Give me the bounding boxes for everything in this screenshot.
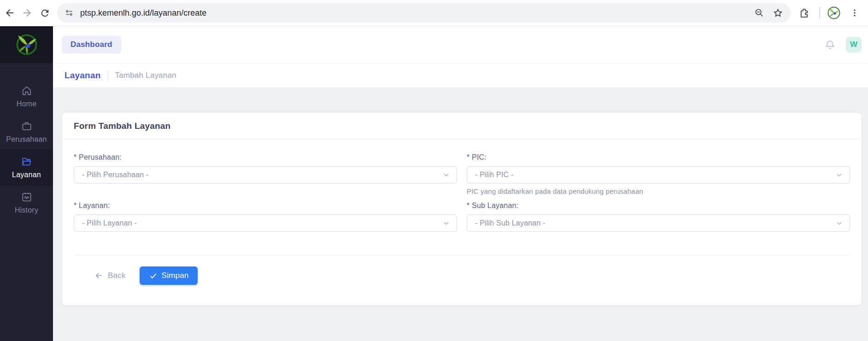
reload-icon	[40, 8, 50, 18]
pic-helper-text: PIC yang didaftarkan pada data pendukung…	[467, 187, 850, 195]
forward-button[interactable]	[18, 4, 36, 22]
briefcase-icon	[21, 120, 33, 132]
form-card-header: Form Tambah Layanan	[62, 113, 862, 139]
home-icon	[21, 85, 33, 97]
arrow-left-icon	[94, 271, 104, 280]
form-card-body: * Perusahaan: - Pilih Perusahaan - * PIC…	[62, 139, 862, 305]
page-content: Form Tambah Layanan * Perusahaan: - Pili…	[53, 87, 868, 341]
url-bar[interactable]: ptsp.kemenlh.go.id/layanan/create	[57, 3, 791, 23]
form-title: Form Tambah Layanan	[74, 121, 170, 131]
simpan-button[interactable]: Simpan	[140, 266, 198, 285]
url-text: ptsp.kemenlh.go.id/layanan/create	[80, 8, 749, 18]
field-perusahaan: * Perusahaan: - Pilih Perusahaan -	[74, 153, 457, 195]
chevron-down-icon	[835, 220, 843, 227]
layanan-select[interactable]: - Pilih Layanan -	[74, 214, 457, 232]
folder-open-icon	[21, 156, 33, 168]
back-icon	[4, 7, 15, 18]
form-divider	[74, 255, 850, 255]
browser-profile-avatar[interactable]	[827, 6, 841, 20]
dashboard-button[interactable]: Dashboard	[62, 36, 121, 53]
sub-layanan-select[interactable]: - Pilih Sub Layanan -	[467, 214, 850, 232]
extensions-icon	[799, 8, 809, 18]
breadcrumb: Layanan Tambah Layanan	[53, 64, 868, 87]
perusahaan-label: * Perusahaan:	[74, 153, 457, 162]
forward-icon	[22, 7, 33, 18]
check-icon	[149, 272, 158, 280]
browser-toolbar: ptsp.kemenlh.go.id/layanan/create	[0, 0, 868, 26]
chevron-down-icon	[835, 171, 843, 179]
breadcrumb-separator	[108, 70, 108, 81]
profile-avatar-icon	[827, 6, 841, 20]
pic-label: * PIC:	[467, 153, 850, 162]
sidebar: Home Perusahaan Layanan	[0, 26, 53, 341]
back-button[interactable]: Back	[94, 271, 126, 280]
menu-dots-icon	[850, 8, 859, 17]
bookmark-star-icon[interactable]	[773, 8, 783, 18]
zoom-out-icon[interactable]	[754, 8, 764, 18]
back-button[interactable]	[1, 4, 18, 22]
layanan-label: * Layanan:	[74, 202, 457, 210]
extensions-button[interactable]	[795, 4, 813, 22]
toolbar-divider	[819, 7, 820, 19]
history-chart-icon	[21, 191, 33, 203]
reload-button[interactable]	[36, 4, 53, 22]
sidebar-item-layanan[interactable]: Layanan	[0, 150, 53, 185]
field-pic: * PIC: - Pilih PIC - PIC yang didaftarka…	[467, 153, 850, 195]
user-avatar[interactable]: W	[846, 37, 862, 52]
breadcrumb-current: Tambah Layanan	[115, 71, 176, 80]
sidebar-item-history[interactable]: History	[0, 185, 53, 220]
chrome-menu-button[interactable]	[846, 4, 863, 22]
sidebar-item-home[interactable]: Home	[0, 79, 53, 114]
app-header: Dashboard W	[53, 26, 868, 64]
form-card: Form Tambah Layanan * Perusahaan: - Pili…	[62, 113, 862, 305]
sub-layanan-label: * Sub Layanan:	[467, 202, 850, 210]
field-sub-layanan: * Sub Layanan: - Pilih Sub Layanan -	[467, 202, 850, 232]
app-logo	[0, 26, 53, 63]
chevron-down-icon	[442, 220, 450, 227]
sidebar-item-perusahaan[interactable]: Perusahaan	[0, 114, 53, 150]
breadcrumb-layanan-link[interactable]: Layanan	[65, 70, 101, 81]
form-actions: Back Simpan	[74, 266, 850, 285]
pic-select[interactable]: - Pilih PIC -	[467, 166, 850, 184]
perusahaan-select[interactable]: - Pilih Perusahaan -	[74, 166, 457, 184]
chevron-down-icon	[442, 171, 450, 179]
site-settings-icon[interactable]	[65, 8, 74, 17]
bell-icon[interactable]	[824, 39, 836, 51]
field-layanan: * Layanan: - Pilih Layanan -	[74, 202, 457, 232]
sidebar-nav: Home Perusahaan Layanan	[0, 79, 53, 220]
